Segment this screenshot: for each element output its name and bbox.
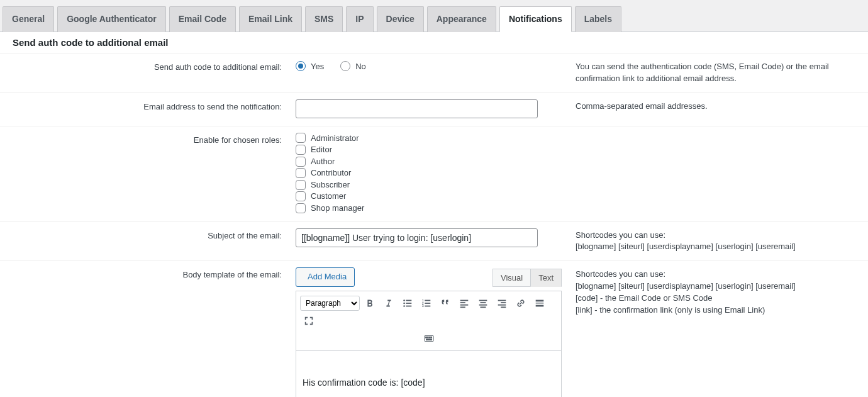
editor-content[interactable]: His confirmation code is: [code] Put thi… [296, 351, 562, 397]
svg-point-0 [403, 299, 405, 301]
tab-ip[interactable]: IP [346, 6, 373, 32]
label-roles: Enable for chosen roles: [0, 126, 289, 221]
svg-rect-17 [481, 302, 486, 303]
svg-rect-18 [479, 305, 487, 306]
svg-rect-11 [425, 306, 430, 307]
svg-rect-29 [427, 337, 428, 338]
editor-toolbar: Paragraph 123 [296, 291, 562, 351]
row-body: Body template of the email: Add Media Vi… [0, 261, 868, 397]
fullscreen-icon[interactable] [300, 313, 318, 329]
read-more-icon[interactable] [531, 295, 548, 311]
svg-point-2 [403, 305, 405, 307]
editor-tab-visual[interactable]: Visual [492, 269, 531, 287]
svg-rect-14 [460, 305, 469, 306]
align-right-icon[interactable] [493, 295, 511, 311]
role-checkbox[interactable] [296, 168, 306, 178]
row-roles: Enable for chosen roles: Administrator E… [0, 126, 868, 221]
tab-email-link[interactable]: Email Link [239, 6, 302, 32]
bullet-list-icon[interactable] [399, 295, 416, 311]
role-label: Subscriber [311, 179, 350, 191]
bold-icon[interactable] [361, 295, 379, 311]
role-label: Author [311, 156, 335, 167]
svg-rect-13 [460, 302, 465, 303]
svg-point-1 [403, 303, 405, 305]
blockquote-icon[interactable] [437, 295, 454, 311]
tab-email-code[interactable]: Email Code [169, 6, 236, 32]
tab-labels[interactable]: Labels [575, 6, 621, 32]
wysiwyg-editor: Paragraph 123 [296, 291, 562, 397]
tab-device[interactable]: Device [377, 6, 424, 32]
role-label: Shop manager [311, 203, 364, 214]
role-item[interactable]: Subscriber [296, 179, 562, 191]
role-label: Administrator [311, 133, 359, 144]
role-checkbox[interactable] [296, 180, 306, 190]
tab-appearance[interactable]: Appearance [427, 6, 496, 32]
tab-google-authenticator[interactable]: Google Authenticator [57, 6, 166, 32]
label-body: Body template of the email: [0, 261, 289, 397]
radio-yes[interactable]: Yes [296, 61, 324, 71]
add-media-label: Add Media [308, 271, 347, 284]
role-item[interactable]: Administrator [296, 133, 562, 144]
svg-rect-23 [501, 306, 506, 308]
svg-rect-31 [430, 337, 431, 338]
role-checkbox[interactable] [296, 133, 306, 143]
svg-rect-30 [429, 337, 430, 338]
italic-icon[interactable] [380, 295, 398, 311]
radio-no-label: No [355, 62, 366, 71]
role-label: Customer [311, 191, 346, 202]
role-item[interactable]: Author [296, 156, 562, 167]
svg-rect-5 [406, 306, 411, 307]
email-input[interactable] [296, 99, 538, 118]
svg-rect-10 [425, 303, 430, 304]
svg-rect-3 [406, 300, 411, 301]
role-checkbox[interactable] [296, 203, 306, 213]
tab-sms[interactable]: SMS [305, 6, 343, 32]
svg-rect-25 [536, 303, 544, 303]
label-send-code: Send auth code to additional email: [0, 53, 289, 92]
label-email-address: Email address to send the notification: [0, 92, 289, 126]
svg-text:3: 3 [422, 304, 424, 308]
role-checkbox[interactable] [296, 157, 306, 167]
tab-notifications[interactable]: Notifications [499, 6, 572, 32]
format-select[interactable]: Paragraph [300, 296, 360, 311]
row-send-code: Send auth code to additional email: Yes … [0, 53, 868, 92]
role-item[interactable]: Editor [296, 144, 562, 155]
svg-rect-28 [425, 337, 426, 338]
row-email-address: Email address to send the notification: … [0, 92, 868, 126]
subject-input[interactable] [296, 228, 538, 247]
number-list-icon[interactable]: 123 [418, 295, 435, 311]
radio-yes-label: Yes [311, 62, 324, 71]
align-center-icon[interactable] [474, 295, 492, 311]
radio-no[interactable]: No [340, 61, 366, 71]
role-item[interactable]: Customer [296, 191, 562, 202]
svg-rect-9 [425, 300, 430, 301]
align-left-icon[interactable] [455, 295, 473, 311]
role-item[interactable]: Contributor [296, 167, 562, 179]
svg-rect-22 [498, 305, 506, 306]
svg-rect-24 [536, 300, 544, 302]
radio-yes-input[interactable] [296, 61, 306, 71]
svg-rect-16 [479, 300, 487, 301]
radio-no-input[interactable] [340, 61, 350, 71]
role-checkbox[interactable] [296, 145, 306, 155]
svg-rect-27 [424, 336, 433, 342]
tab-general[interactable]: General [3, 6, 54, 32]
link-icon[interactable] [512, 295, 530, 311]
section-title: Send auth code to additional email [0, 32, 868, 53]
desc-subject: Shortcodes you can use: [blogname] [site… [569, 221, 868, 261]
svg-rect-12 [460, 300, 469, 301]
label-subject: Subject of the email: [0, 221, 289, 261]
svg-rect-20 [498, 300, 506, 301]
role-item[interactable]: Shop manager [296, 203, 562, 214]
role-checkbox[interactable] [296, 191, 306, 201]
svg-rect-21 [501, 302, 506, 303]
toolbar-toggle-icon[interactable] [300, 330, 557, 347]
row-subject: Subject of the email: Shortcodes you can… [0, 221, 868, 261]
add-media-button[interactable]: Add Media [296, 267, 355, 287]
desc-send-code: You can send the authentication code (SM… [569, 53, 868, 92]
editor-tab-text[interactable]: Text [530, 269, 562, 287]
svg-rect-15 [460, 306, 465, 308]
svg-rect-4 [406, 303, 411, 304]
svg-rect-26 [536, 305, 544, 307]
roles-list: Administrator Editor Author Contributor … [296, 133, 562, 214]
